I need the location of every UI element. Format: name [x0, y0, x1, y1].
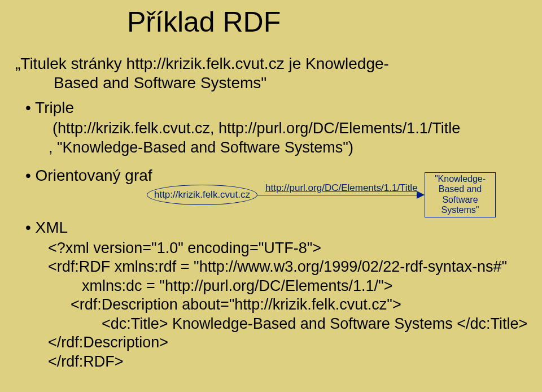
- bullet-triple: Triple: [25, 99, 531, 117]
- statement-line2: Based and Software Systems": [54, 73, 531, 93]
- statement-block: „Titulek stránky http://krizik.felk.cvut…: [25, 54, 531, 92]
- rdf-graph-diagram: http://krizik.felk.cvut.cz http://purl.o…: [147, 184, 542, 224]
- graph-object-node: "Knowledge-Based and Software Systems": [425, 172, 496, 217]
- xml-line-5: <dc:Title> Knowledge-Based and Software …: [102, 315, 531, 333]
- triple-line2: , "Knowledge-Based and Software Systems"…: [49, 138, 531, 158]
- graph-edge-arrow-icon: [417, 191, 425, 199]
- xml-line-7: </rdf:RDF>: [48, 352, 531, 371]
- slide: Příklad RDF „Titulek stránky http://kriz…: [0, 0, 542, 371]
- xml-line-3: xmlns:dc = "http://purl.org/DC/Elements/…: [82, 277, 531, 295]
- xml-line-6: </rdf:Description>: [48, 333, 531, 352]
- graph-subject-node: http://krizik.felk.cvut.cz: [147, 185, 257, 205]
- graph-predicate-label: http://purl.org/DC/Elements/1.1/Title: [265, 182, 418, 194]
- graph-edge-line: [257, 195, 418, 196]
- statement-line1: „Titulek stránky http://krizik.felk.cvut…: [15, 54, 531, 73]
- triple-detail: (http://krizik.felk.cvut.cz, http://purl…: [53, 119, 531, 158]
- graph-row: Orientovaný graf http://krizik.felk.cvut…: [25, 167, 531, 237]
- bullet-list: Triple: [25, 99, 531, 117]
- xml-line-2: <rdf:RDF xmlns:rdf = "http://www.w3.org/…: [48, 258, 531, 276]
- triple-line1: (http://krizik.felk.cvut.cz, http://purl…: [53, 119, 531, 138]
- xml-line-1: <?xml version="1.0" encoding="UTF-8">: [48, 239, 531, 258]
- slide-title: Příklad RDF: [127, 6, 531, 38]
- xml-line-4: <rdf:Description about="http://krizik.fe…: [71, 295, 531, 314]
